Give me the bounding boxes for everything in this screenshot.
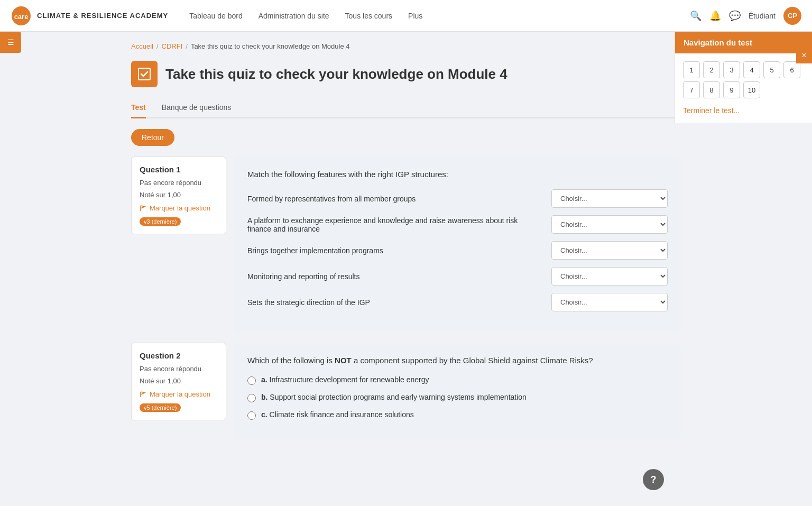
avatar[interactable]: CP [783, 7, 801, 25]
question-1-note: Noté sur 1,00 [140, 191, 218, 199]
flag-icon [140, 205, 147, 212]
nav-admin[interactable]: Administration du site [259, 12, 329, 20]
header-nav: Tableau de bord Administration du site T… [189, 12, 422, 20]
breadcrumb-current: Take this quiz to check your knowledge o… [191, 42, 350, 50]
nav-panel: Navigation du test 1 2 3 4 5 6 7 8 9 10 … [675, 32, 812, 123]
radio-c[interactable] [247, 411, 256, 420]
matching-select-4[interactable]: Choisir... [551, 293, 668, 311]
question-2-version: v5 (dernière) [140, 403, 181, 412]
question-2-label: Question 2 [140, 351, 218, 360]
q-num-5[interactable]: 5 [763, 61, 780, 78]
matching-select-0[interactable]: Choisir... [551, 189, 668, 208]
logo-text: CLIMATE & RESILIENCE ACADEMY [37, 12, 168, 20]
terminer-link[interactable]: Terminer le test... [683, 106, 804, 115]
question-1-version: v3 (dernière) [140, 217, 181, 226]
matching-row-3: Monitoring and reporting of results Choi… [247, 267, 668, 286]
matching-select-1[interactable]: Choisir... [551, 215, 668, 234]
matching-select-2[interactable]: Choisir... [551, 241, 668, 260]
radio-label-c: c. Climate risk finance and insurance so… [261, 410, 414, 419]
tab-test[interactable]: Test [131, 98, 146, 118]
question-1-label: Question 1 [140, 165, 218, 174]
question-1-row: Question 1 Pas encore répondu Noté sur 1… [131, 157, 681, 332]
question-1-status: Pas encore répondu [140, 178, 218, 188]
matching-label-3: Monitoring and reporting of results [247, 272, 543, 281]
q-num-2[interactable]: 2 [703, 61, 720, 78]
content-area: Accueil / CDRFI / Take this quiz to chec… [115, 32, 697, 506]
question-1-card: Question 1 Pas encore répondu Noté sur 1… [131, 157, 226, 234]
matching-label-1: A platform to exchange experience and kn… [247, 216, 543, 233]
breadcrumb-sep2: / [186, 42, 188, 50]
notifications-button[interactable]: 🔔 [709, 10, 721, 22]
matching-label-4: Sets the strategic direction of the IGP [247, 298, 543, 307]
matching-row-1: A platform to exchange experience and kn… [247, 215, 668, 234]
matching-row-4: Sets the strategic direction of the IGP … [247, 293, 668, 311]
q-num-9[interactable]: 9 [723, 81, 740, 98]
page-title: Take this quiz to check your knowledge o… [165, 66, 508, 82]
question-2-row: Question 2 Pas encore répondu Noté sur 1… [131, 343, 681, 441]
breadcrumb-course[interactable]: CDRFI [162, 42, 183, 50]
header-right: 🔍 🔔 💬 Étudiant CP [690, 7, 801, 25]
breadcrumb-home[interactable]: Accueil [131, 42, 153, 50]
question-1-content: Match the following features with the ri… [234, 157, 681, 332]
messages-button[interactable]: 💬 [729, 10, 741, 22]
nav-plus[interactable]: Plus [408, 12, 422, 20]
tab-banque[interactable]: Banque de questions [162, 98, 232, 118]
nav-close-button[interactable]: × [796, 48, 812, 63]
header: care CLIMATE & RESILIENCE ACADEMY Tablea… [0, 0, 812, 32]
matching-row-0: Formed by representatives from all membe… [247, 189, 668, 208]
question-1-sidebar: Question 1 Pas encore répondu Noté sur 1… [131, 157, 226, 332]
tabs: Test Banque de questions [131, 98, 681, 118]
nav-cours[interactable]: Tous les cours [345, 12, 392, 20]
care-logo-icon: care [11, 5, 32, 26]
matching-row-2: Brings together implementation programs … [247, 241, 668, 260]
search-button[interactable]: 🔍 [690, 10, 702, 22]
page-title-row: Take this quiz to check your knowledge o… [131, 61, 681, 87]
radio-label-b: b. Support social protection programs an… [261, 393, 527, 401]
radio-option-a: a. Infrastructure development for renewa… [247, 375, 668, 385]
q-num-10[interactable]: 10 [743, 81, 760, 98]
nav-panel-body: 1 2 3 4 5 6 7 8 9 10 Terminer le test... [675, 53, 812, 123]
q-num-6[interactable]: 6 [783, 61, 800, 78]
q-num-3[interactable]: 3 [723, 61, 740, 78]
radio-label-a: a. Infrastructure development for renewa… [261, 375, 429, 384]
retour-button[interactable]: Retour [131, 129, 174, 146]
user-label: Étudiant [749, 12, 776, 20]
q-num-7[interactable]: 7 [683, 81, 700, 98]
question-2-content: Which of the following is NOT a componen… [234, 343, 681, 441]
radio-b[interactable] [247, 394, 256, 402]
question-2-note: Noté sur 1,00 [140, 377, 218, 385]
radio-option-c: c. Climate risk finance and insurance so… [247, 410, 668, 420]
logo: care CLIMATE & RESILIENCE ACADEMY [11, 5, 168, 26]
radio-a[interactable] [247, 376, 256, 385]
svg-rect-2 [139, 68, 150, 80]
flag-icon-2 [140, 391, 147, 398]
question-2-text: Which of the following is NOT a componen… [247, 356, 668, 365]
question-2-mark[interactable]: Marquer la question [140, 390, 218, 398]
q-num-1[interactable]: 1 [683, 61, 700, 78]
breadcrumb: Accueil / CDRFI / Take this quiz to chec… [131, 42, 681, 50]
nav-panel-header: Navigation du test [675, 32, 812, 53]
question-1-mark[interactable]: Marquer la question [140, 204, 218, 212]
question-2-card: Question 2 Pas encore répondu Noté sur 1… [131, 343, 226, 420]
help-button[interactable]: ? [643, 469, 664, 490]
sidebar-toggle[interactable]: ☰ [0, 32, 21, 53]
breadcrumb-sep1: / [156, 42, 159, 50]
question-2-sidebar: Question 2 Pas encore répondu Noté sur 1… [131, 343, 226, 441]
matching-select-3[interactable]: Choisir... [551, 267, 668, 286]
matching-label-2: Brings together implementation programs [247, 246, 543, 255]
question-2-status: Pas encore répondu [140, 364, 218, 374]
matching-label-0: Formed by representatives from all membe… [247, 195, 543, 203]
radio-option-b: b. Support social protection programs an… [247, 393, 668, 402]
quiz-icon [131, 61, 158, 87]
question-1-text: Match the following features with the ri… [247, 170, 668, 179]
quiz-svg-icon [137, 67, 152, 81]
q-num-4[interactable]: 4 [743, 61, 760, 78]
question-numbers: 1 2 3 4 5 6 7 8 9 10 [683, 61, 804, 98]
svg-text:care: care [14, 13, 29, 21]
nav-tableau[interactable]: Tableau de bord [189, 12, 242, 20]
q-num-8[interactable]: 8 [703, 81, 720, 98]
